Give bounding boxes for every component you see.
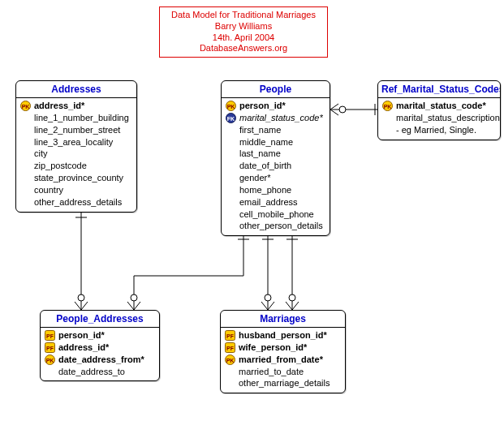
attr-row: PKdate_address_from* bbox=[41, 354, 159, 366]
attr-label: country bbox=[34, 184, 63, 196]
svg-point-4 bbox=[339, 106, 346, 113]
svg-line-8 bbox=[81, 302, 88, 310]
no-key-icon bbox=[226, 161, 236, 171]
attr-row: married_to_date bbox=[221, 366, 345, 378]
attr-row: other_address_details bbox=[16, 196, 136, 208]
attr-row: first_name bbox=[222, 124, 330, 136]
attr-label: person_id* bbox=[239, 100, 286, 112]
no-key-icon bbox=[20, 136, 31, 147]
pk-key-icon: PK bbox=[226, 101, 236, 111]
svg-text:PK: PK bbox=[22, 103, 30, 109]
svg-line-7 bbox=[75, 302, 81, 310]
svg-line-20 bbox=[268, 302, 274, 310]
pk-key-icon: PK bbox=[45, 354, 55, 365]
no-key-icon bbox=[20, 125, 31, 135]
attr-label: line_2_number_street bbox=[34, 124, 120, 136]
entity-ref-marital-header: Ref_Marital_Status_Codes bbox=[378, 81, 500, 98]
svg-point-21 bbox=[265, 294, 271, 301]
no-key-icon bbox=[225, 366, 235, 376]
no-key-icon bbox=[226, 209, 236, 220]
attr-label: city bbox=[34, 148, 48, 160]
attr-row: marital_status_description bbox=[378, 112, 500, 124]
svg-text:PK: PK bbox=[46, 357, 54, 363]
attr-row: line_2_number_street bbox=[16, 124, 136, 136]
no-key-icon bbox=[225, 378, 235, 389]
entity-people-header: People bbox=[222, 81, 330, 98]
svg-text:PF: PF bbox=[46, 333, 54, 338]
attr-row: date_address_to bbox=[41, 366, 159, 378]
svg-text:FK: FK bbox=[227, 115, 235, 121]
attr-row: PKmarried_from_date* bbox=[221, 354, 345, 366]
entity-people-addresses: People_Addresses PFperson_id*PFaddress_i… bbox=[40, 310, 160, 381]
pk-key-icon: PK bbox=[382, 101, 393, 111]
no-key-icon bbox=[226, 197, 236, 208]
entity-people-addresses-body: PFperson_id*PFaddress_id*PKdate_address_… bbox=[41, 328, 159, 380]
svg-text:PF: PF bbox=[226, 345, 235, 350]
attr-row: PFwife_person_id* bbox=[221, 342, 345, 354]
attr-row: country bbox=[16, 184, 136, 196]
attr-label: email_address bbox=[239, 196, 298, 208]
svg-point-9 bbox=[78, 294, 84, 301]
no-key-icon bbox=[45, 366, 55, 376]
entity-addresses-header: Addresses bbox=[16, 81, 136, 98]
svg-line-3 bbox=[330, 110, 338, 115]
entity-people-addresses-header: People_Addresses bbox=[41, 311, 159, 328]
attr-label: marital_status_code* bbox=[239, 112, 323, 124]
svg-point-16 bbox=[131, 294, 137, 301]
diagram-title: Data Model for Traditional Marriages Bar… bbox=[159, 6, 328, 58]
attr-row: last_name bbox=[222, 148, 330, 160]
title-line1: Data Model for Traditional Marriages bbox=[168, 10, 319, 21]
no-key-icon bbox=[20, 173, 31, 183]
attr-label: person_id* bbox=[58, 329, 105, 342]
attr-label: line_3_area_locality bbox=[34, 136, 113, 148]
attr-row: line_1_number_building bbox=[16, 112, 136, 124]
attr-label: other_person_details bbox=[239, 220, 323, 232]
attr-row: PFhusband_person_id* bbox=[221, 329, 345, 342]
attr-row: zip_postcode bbox=[16, 160, 136, 172]
no-key-icon bbox=[382, 113, 393, 123]
attr-label: last_name bbox=[239, 148, 281, 160]
entity-marriages: Marriages PFhusband_person_id*PFwife_per… bbox=[220, 310, 346, 393]
fk-key-icon: FK bbox=[226, 113, 236, 123]
pf-key-icon: PF bbox=[225, 330, 235, 341]
attr-row: city bbox=[16, 148, 136, 160]
attr-row: PFperson_id* bbox=[41, 329, 159, 342]
attr-row: gender* bbox=[222, 172, 330, 184]
svg-line-19 bbox=[261, 302, 268, 310]
svg-line-24 bbox=[286, 302, 292, 310]
no-key-icon bbox=[226, 125, 236, 135]
pk-key-icon: PK bbox=[20, 101, 31, 111]
attr-row: state_province_county bbox=[16, 172, 136, 184]
svg-line-25 bbox=[292, 302, 299, 310]
svg-line-2 bbox=[330, 104, 338, 110]
svg-text:PF: PF bbox=[46, 345, 54, 350]
attr-label: home_phone bbox=[239, 184, 291, 196]
attr-label: middle_name bbox=[239, 136, 293, 148]
attr-label: line_1_number_building bbox=[34, 112, 129, 124]
title-line3: 14th. April 2004 bbox=[168, 32, 319, 44]
entity-ref-marital: Ref_Marital_Status_Codes PKmarital_statu… bbox=[377, 80, 501, 140]
attr-label: other_address_details bbox=[34, 196, 122, 208]
entity-people-body: PKperson_id*FKmarital_status_code*first_… bbox=[222, 98, 330, 235]
attr-row: FKmarital_status_code* bbox=[222, 112, 330, 124]
no-key-icon bbox=[20, 148, 31, 159]
attr-row: - eg Married, Single. bbox=[378, 124, 500, 136]
svg-line-14 bbox=[127, 302, 134, 310]
attr-row: PKmarital_status_code* bbox=[378, 100, 500, 112]
attr-row: PKperson_id* bbox=[222, 100, 330, 112]
entity-addresses: Addresses PKaddress_id*line_1_number_bui… bbox=[15, 80, 137, 213]
attr-label: gender* bbox=[239, 172, 271, 184]
attr-label: wife_person_id* bbox=[239, 342, 307, 354]
attr-row: date_of_birth bbox=[222, 160, 330, 172]
no-key-icon bbox=[20, 197, 31, 208]
attr-row: middle_name bbox=[222, 136, 330, 148]
no-key-icon bbox=[20, 161, 31, 171]
attr-label: zip_postcode bbox=[34, 160, 87, 172]
svg-text:PK: PK bbox=[227, 103, 235, 109]
attr-label: date_of_birth bbox=[239, 160, 291, 172]
attr-label: cell_mobile_phone bbox=[239, 208, 314, 221]
no-key-icon bbox=[20, 113, 31, 123]
attr-row: PKaddress_id* bbox=[16, 100, 136, 112]
attr-label: married_to_date bbox=[239, 366, 304, 378]
svg-text:PK: PK bbox=[226, 357, 235, 363]
